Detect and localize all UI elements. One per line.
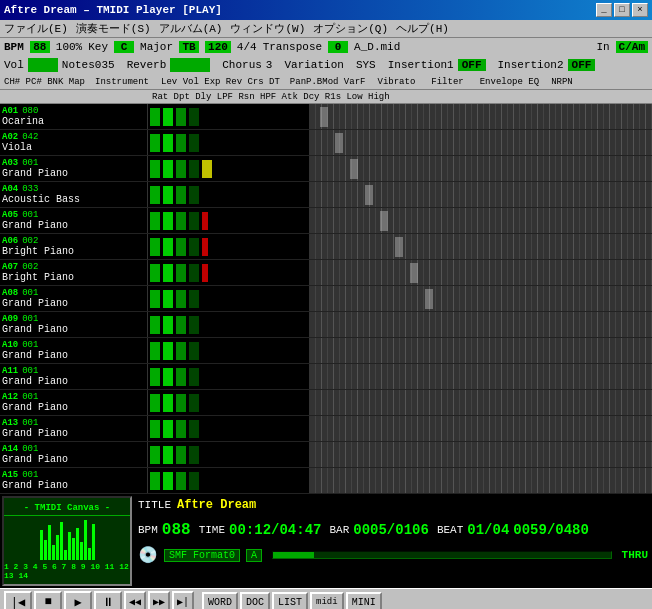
rev-bar <box>189 368 199 386</box>
channel-row-a07: A07 002Bright Piano <box>0 260 652 286</box>
exp-bar <box>176 342 186 360</box>
transport-toend[interactable]: ▶| <box>172 591 194 609</box>
ch-controls-a11 <box>148 364 310 389</box>
vol-bar <box>163 290 173 308</box>
ch-info-a14: A14 001Grand Piano <box>0 442 148 467</box>
piano-roll-a14 <box>310 442 652 467</box>
transport-next[interactable]: ▶▶ <box>148 591 170 609</box>
maximize-button[interactable]: □ <box>614 3 630 17</box>
transpose-label: Transpose <box>263 41 322 53</box>
window-controls[interactable]: _ □ × <box>596 3 648 17</box>
reverb-label: Reverb <box>127 59 167 71</box>
piano-roll-a07 <box>310 260 652 285</box>
menu-album[interactable]: アルバム(A) <box>159 21 223 36</box>
mini-button[interactable]: MINI <box>346 592 382 609</box>
piano-keys <box>310 260 652 285</box>
canvas-numbers: 1 2 3 4 5 6 7 8 9 10 11 12 13 14 <box>4 562 130 580</box>
piano-keys <box>310 208 652 233</box>
piano-keys <box>310 416 652 441</box>
word-button[interactable]: WORD <box>202 592 238 609</box>
transport-play[interactable]: ▶ <box>64 591 92 609</box>
ch-controls-a12 <box>148 390 310 415</box>
note-indicator <box>425 289 433 309</box>
transport-pause[interactable]: ⏸ <box>94 591 122 609</box>
crs-bar-yellow <box>202 160 212 178</box>
menu-play-mode[interactable]: 演奏モード(S) <box>76 21 151 36</box>
lev-bar <box>150 446 160 464</box>
transport-prev[interactable]: ◀◀ <box>124 591 146 609</box>
exp-bar <box>176 264 186 282</box>
ch-info-a10: A10 001Grand Piano <box>0 338 148 363</box>
canvas-label: - TMIDI Canvas - <box>4 503 130 516</box>
vol-bar <box>163 446 173 464</box>
ch-info-a03: A03 001Grand Piano <box>0 156 148 181</box>
bar-s-value: 0005/0106 <box>353 522 429 538</box>
piano-keys <box>310 234 652 259</box>
channel-row-a10: A10 001Grand Piano <box>0 338 652 364</box>
note-indicator <box>350 159 358 179</box>
menu-help[interactable]: ヘルプ(H) <box>396 21 449 36</box>
pct-value: 100% <box>56 41 82 53</box>
ch-info-a05: A05 001Grand Piano <box>0 208 148 233</box>
close-button[interactable]: × <box>632 3 648 17</box>
minimize-button[interactable]: _ <box>596 3 612 17</box>
channel-row-a03: A03 001Grand Piano <box>0 156 652 182</box>
vol-value <box>28 58 58 72</box>
piano-keys <box>310 156 652 181</box>
piano-keys <box>310 182 652 207</box>
in-label: In <box>596 41 609 53</box>
tb-label: TB <box>179 41 199 53</box>
exp-bar <box>176 134 186 152</box>
lev-bar <box>150 342 160 360</box>
info-bar-2: CH# PC# BNK Map Instrument Lev Vol Exp R… <box>0 74 652 90</box>
note-indicator <box>335 133 343 153</box>
exp-bar <box>176 160 186 178</box>
transpose-value: 0 <box>328 41 348 53</box>
menu-file[interactable]: ファイル(E) <box>4 21 68 36</box>
lev-bar <box>150 290 160 308</box>
piano-roll-a12 <box>310 390 652 415</box>
exp-bar <box>176 446 186 464</box>
col-inst: Instrument <box>95 77 149 87</box>
channel-list[interactable]: A01 080OcarinaA02 042ViolaA03 001Grand P… <box>0 104 652 494</box>
vol-bar <box>163 368 173 386</box>
ch-controls-a15 <box>148 468 310 493</box>
lev-bar <box>150 264 160 282</box>
vol-bar <box>163 342 173 360</box>
menu-options[interactable]: オプション(Q) <box>313 21 388 36</box>
list-button[interactable]: LIST <box>272 592 308 609</box>
title-value: Aftre Dream <box>177 498 256 512</box>
piano-roll-a15 <box>310 468 652 493</box>
doc-button[interactable]: DOC <box>240 592 270 609</box>
midi-button[interactable]: midi <box>310 592 344 609</box>
ins1-label: Insertion1 <box>388 59 454 71</box>
lev-bar <box>150 108 160 126</box>
ch-controls-a03 <box>148 156 310 181</box>
channel-row-a15: A15 001Grand Piano <box>0 468 652 494</box>
ch-controls-a04 <box>148 182 310 207</box>
rev-bar <box>189 316 199 334</box>
piano-roll-a04 <box>310 182 652 207</box>
vol-bar <box>163 186 173 204</box>
bar-s-label: BAR <box>329 524 349 536</box>
transport-tostart[interactable]: |◀ <box>4 591 32 609</box>
piano-keys <box>310 312 652 337</box>
menu-window[interactable]: ウィンドウ(W) <box>230 21 305 36</box>
progress-bar[interactable] <box>272 551 612 559</box>
format-row: 💿 SMF Format0 A THRU <box>134 544 652 566</box>
col-nrpn: NRPN <box>551 77 573 87</box>
channel-row-a09: A09 001Grand Piano <box>0 312 652 338</box>
exp-bar <box>176 186 186 204</box>
ch-info-a09: A09 001Grand Piano <box>0 312 148 337</box>
transport-stop[interactable]: ■ <box>34 591 62 609</box>
status-area: - TMIDI Canvas - 1 2 3 4 5 6 7 8 9 10 11… <box>0 494 652 594</box>
ch-controls-a13 <box>148 416 310 441</box>
exp-bar <box>176 290 186 308</box>
ins2-label: Insertion2 <box>498 59 564 71</box>
piano-roll-a13 <box>310 416 652 441</box>
piano-keys <box>310 390 652 415</box>
canvas-bars <box>40 520 95 560</box>
ch-info-a02: A02 042Viola <box>0 130 148 155</box>
note-indicator <box>365 185 373 205</box>
piano-keys <box>310 130 652 155</box>
